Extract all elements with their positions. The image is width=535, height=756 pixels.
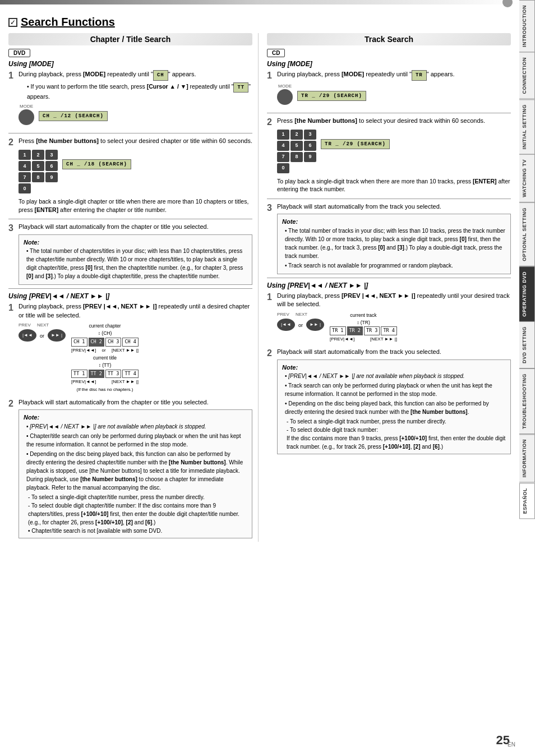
step-number-3: 3 [8, 223, 19, 233]
sidebar-tab-connection[interactable]: CONNECTION [519, 52, 535, 99]
prev-next-step-1: 1 During playback, press [PREV |◄◄, NEXT… [8, 302, 252, 395]
rnum-1: 1 [277, 130, 289, 140]
right-note-item-2: Track search is not available for progra… [285, 261, 506, 270]
left-step-1: 1 During playback, press [MODE] repeated… [8, 70, 252, 130]
right-step2-diagram: 1 2 3 4 5 6 7 8 9 0 [277, 128, 511, 175]
note-extra: - To select a single-digit chapter/title… [24, 493, 247, 535]
right-step-3-content: Playback will start automatically from t… [277, 202, 511, 274]
rnum-2: 2 [290, 130, 303, 140]
numpad-display: 1 2 3 4 5 6 7 8 9 0 [19, 150, 58, 193]
dvd-badge: DVD [8, 49, 30, 57]
step-2-content: Press [the Number buttons] to select you… [19, 137, 252, 215]
right-note-box-prev-next: Note: [PREV|◄◄ / NEXT ►► |] are not avai… [277, 359, 511, 455]
checkbox-icon: ✓ [8, 18, 17, 27]
right-note-title-2: Note: [282, 363, 506, 372]
rnum-6: 6 [304, 141, 316, 151]
right-step-number-2b: 2 [267, 348, 277, 358]
sidebar-tab-dvd-setting[interactable]: DVD SETTING [519, 321, 535, 368]
right-note-item-a: [PREV|◄◄ / NEXT ►► |] are not available … [285, 372, 506, 380]
track-search-header: Track Search [267, 33, 511, 45]
num-3: 3 [45, 150, 58, 160]
step-number-2: 2 [8, 137, 19, 147]
right-note-title: Note: [282, 217, 506, 227]
sidebar-tab-operating-dvd[interactable]: OPERATING DVD [519, 266, 535, 322]
two-column-layout: Chapter / Title Search DVD Using [MODE] … [8, 33, 511, 542]
nav-diagram: PREV NEXT |◄◄ or ►► | current chapter ↕ … [19, 322, 252, 393]
chapter-title-search-header: Chapter / Title Search [8, 33, 252, 45]
note-item-c: Depending on the disc being played back,… [26, 450, 247, 492]
sidebar-tab-watching-tv[interactable]: WATCHING TV [519, 154, 535, 202]
right-prev-next-step-2-content: Playback will start automatically from t… [277, 348, 511, 454]
num-8: 8 [32, 172, 44, 182]
right-divider-2 [267, 199, 511, 199]
sidebar-tab-espanol[interactable]: ESPAÑOL [519, 483, 535, 519]
right-prev-next-step-1-content: During playback, press [PREV |◄◄, NEXT ►… [277, 292, 511, 345]
num-1: 1 [19, 150, 31, 160]
note-item-a: [PREV|◄◄ / NEXT ►► |] are not available … [26, 422, 247, 431]
right-step-1-content: During playback, press [MODE] repeatedly… [277, 70, 511, 109]
using-prev-next-right-title: Using [PREV|◄◄ / NEXT ►► |] [267, 282, 511, 289]
sidebar-tab-information[interactable]: INFORMATION [519, 434, 535, 482]
sidebar-tab-introduction[interactable]: INTRODUCTION [519, 0, 535, 52]
right-nav-diagram: PREV NEXT |◄◄ or ►► | current track ↕ (T… [277, 311, 511, 343]
lcd-tr-display: TR [412, 70, 427, 81]
left-column: Chapter / Title Search DVD Using [MODE] … [8, 33, 259, 542]
right-mode-button [277, 89, 293, 105]
note-title: Note: [24, 238, 247, 247]
lcd-tr-search-2: TR _ /29 (SEARCH) [321, 139, 390, 150]
right-prev-next-step-2: 2 Playback will start automatically from… [267, 348, 511, 454]
main-content: ✓ Search Functions Chapter / Title Searc… [0, 0, 519, 550]
page-lang: EN [508, 741, 515, 748]
using-mode-left-title: Using [MODE] [8, 60, 252, 68]
right-step-number-1b: 1 [267, 292, 277, 302]
right-step-number-1: 1 [267, 70, 277, 81]
right-divider-3 [267, 278, 511, 278]
right-column: Track Search CD Using [MODE] 1 During pl… [264, 33, 511, 542]
rnum-9: 9 [304, 152, 316, 162]
note-title-2: Note: [24, 413, 247, 422]
note-list: The total number of chapters/titles in y… [24, 247, 247, 280]
sidebar-tab-troubleshooting[interactable]: TROUBLESHOOTING [519, 368, 535, 434]
divider-3 [8, 288, 252, 289]
mode-button [19, 109, 34, 125]
right-prev-next-step-1: 1 During playback, press [PREV |◄◄, NEXT… [267, 292, 511, 345]
right-note-box-step3: Note: The total number of tracks in your… [277, 214, 511, 274]
right-note-item-1: The total number of tracks in your disc;… [285, 227, 506, 260]
sidebar: INTRODUCTION CONNECTION INITIAL SETTING … [519, 0, 535, 756]
lcd-ch-search-2: CH _ /18 (SEARCH) [62, 159, 131, 170]
prev-next-step-1-content: During playback, press [PREV |◄◄, NEXT ►… [19, 302, 252, 395]
step1-diagram: MODE CH _ /12 (SEARCH) [19, 103, 252, 128]
right-step1-diagram: MODE TR _ /29 (SEARCH) [277, 83, 511, 108]
sidebar-tab-initial-setting[interactable]: INITIAL SETTING [519, 99, 535, 154]
num-7: 7 [19, 172, 31, 182]
rnum-7: 7 [277, 152, 289, 162]
right-step-number-2: 2 [267, 117, 277, 127]
right-note-item-b: Track search can only be performed durin… [285, 381, 506, 398]
note-item-1: The total number of chapters/titles in y… [26, 247, 247, 280]
step-number-2b: 2 [8, 398, 19, 409]
right-note-list: The total number of tracks in your disc;… [282, 227, 506, 270]
right-note-item-c: Depending on the disc being played back,… [285, 399, 506, 416]
note-box-prev-next: Note: [PREV|◄◄ / NEXT ►► |] are not avai… [19, 409, 252, 538]
cd-badge: CD [267, 49, 285, 57]
page-title: Search Functions [21, 16, 115, 29]
right-step-2: 2 Press [the Number buttons] to select y… [267, 117, 511, 195]
note-box-step3: Note: The total number of chapters/title… [19, 234, 252, 285]
num-2: 2 [32, 150, 44, 160]
left-step-3: 3 Playback will start automatically from… [8, 223, 252, 285]
step-number-1: 1 [8, 70, 19, 81]
using-prev-next-left-title: Using [PREV|◄◄ / NEXT ►► |] [8, 292, 252, 300]
right-step-2-content: Press [the Number buttons] to select you… [277, 117, 511, 195]
step-1-content: During playback, press [MODE] repeatedly… [19, 70, 252, 130]
step-number-1b: 1 [8, 302, 19, 313]
rnum-0: 0 [277, 163, 289, 173]
right-mode-label: MODE [277, 83, 293, 89]
prev-next-step-2-content: Playback will start automatically from t… [19, 398, 252, 538]
rnum-8: 8 [290, 152, 303, 162]
lcd-tr-search: TR _ /29 (SEARCH) [297, 91, 366, 102]
section-header: ✓ Search Functions [8, 16, 511, 29]
sidebar-tab-optional-setting[interactable]: OPTIONAL SETTING [519, 202, 535, 266]
lcd-tt-display: TT [233, 82, 248, 93]
lcd-ch-search: CH _ /12 (SEARCH) [39, 111, 108, 122]
right-note-list-2: [PREV|◄◄ / NEXT ►► |] are not available … [282, 372, 506, 416]
